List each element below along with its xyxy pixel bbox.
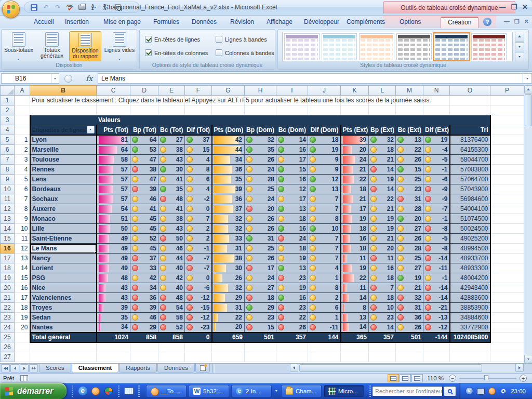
totaux-generaux-button[interactable]: Totaux généraux bbox=[36, 31, 68, 61]
row-header-17[interactable]: 17 bbox=[1, 254, 15, 263]
cell-D16[interactable]: 45 bbox=[130, 244, 158, 254]
cell-E25[interactable]: 858 bbox=[158, 332, 185, 342]
cell-K9[interactable]: 22 bbox=[341, 175, 369, 184]
cell-C4[interactable]: Pts (Tot) bbox=[97, 125, 130, 135]
cell-N18[interactable]: -11 bbox=[423, 263, 450, 273]
cell-E19[interactable]: 42 bbox=[158, 273, 185, 283]
cell-I24[interactable]: 26 bbox=[276, 323, 308, 332]
cell-D14[interactable]: 45 bbox=[130, 224, 158, 234]
cell-P23[interactable] bbox=[490, 313, 524, 323]
cell-L18[interactable]: 16 bbox=[369, 263, 396, 273]
col-header-N[interactable]: N bbox=[423, 86, 450, 96]
cell-K27[interactable] bbox=[341, 352, 369, 362]
cell-I13[interactable]: 18 bbox=[276, 214, 308, 224]
cell-E18[interactable]: 40 bbox=[158, 263, 185, 273]
cell-N25[interactable]: -144 bbox=[423, 332, 450, 342]
cell-F20[interactable]: -6 bbox=[185, 283, 212, 293]
cell-I3[interactable] bbox=[276, 115, 308, 125]
cell-J11[interactable]: 7 bbox=[308, 194, 341, 204]
formula-input[interactable]: Le Mans bbox=[98, 73, 523, 84]
cell-B20[interactable]: Nice bbox=[30, 283, 97, 293]
last-sheet-icon[interactable] bbox=[29, 364, 38, 373]
sheet-tab-scores[interactable]: Scores bbox=[39, 364, 71, 373]
cell-K11[interactable]: 21 bbox=[341, 194, 369, 204]
cell-H6[interactable]: 35 bbox=[245, 145, 276, 155]
page-break-view-icon[interactable] bbox=[411, 374, 423, 382]
cell-O2[interactable] bbox=[450, 105, 490, 115]
cell-A22[interactable]: 18 bbox=[15, 303, 30, 313]
cell-D13[interactable]: 45 bbox=[130, 214, 158, 224]
cell-M5[interactable]: 13 bbox=[396, 135, 423, 145]
pivot-style-dark-red[interactable] bbox=[471, 33, 507, 60]
cell-E22[interactable]: 54 bbox=[158, 303, 185, 313]
horizontal-scrollbar[interactable] bbox=[290, 364, 524, 373]
cell-N22[interactable]: -21 bbox=[423, 303, 450, 313]
cell-K18[interactable]: 19 bbox=[341, 263, 369, 273]
cell-B3[interactable] bbox=[30, 115, 97, 125]
cell-M22[interactable]: 31 bbox=[396, 303, 423, 313]
col-header-F[interactable]: F bbox=[185, 86, 212, 96]
cell-F12[interactable]: 0 bbox=[185, 204, 212, 214]
task-window-internet[interactable]: e 2 In... bbox=[231, 385, 272, 397]
cell-O16[interactable]: 48994500 bbox=[450, 244, 490, 254]
row-header-19[interactable]: 19 bbox=[1, 273, 15, 283]
cell-B8[interactable]: Rennes bbox=[30, 165, 97, 175]
cell-B14[interactable]: Lille bbox=[30, 224, 97, 234]
row-header-15[interactable]: 15 bbox=[1, 234, 15, 244]
cell-A15[interactable]: 11 bbox=[15, 234, 30, 244]
cell-B25[interactable]: Total général bbox=[30, 332, 97, 342]
cell-P14[interactable] bbox=[490, 224, 524, 234]
cell-H16[interactable]: 25 bbox=[245, 244, 276, 254]
cell-J12[interactable]: 7 bbox=[308, 204, 341, 214]
cell-D19[interactable]: 42 bbox=[130, 273, 158, 283]
cell-E3[interactable] bbox=[158, 115, 185, 125]
cell-H25[interactable]: 501 bbox=[245, 332, 276, 342]
cell-E27[interactable] bbox=[158, 352, 185, 362]
cell-D18[interactable]: 33 bbox=[130, 263, 158, 273]
cell-J20[interactable]: 8 bbox=[308, 283, 341, 293]
cell-A17[interactable]: 13 bbox=[15, 254, 30, 263]
cell-L8[interactable]: 14 bbox=[369, 165, 396, 175]
cell-L15[interactable]: 21 bbox=[369, 234, 396, 244]
cell-E7[interactable]: 43 bbox=[158, 155, 185, 165]
col-header-H[interactable]: H bbox=[245, 86, 276, 96]
zoom-slider-thumb[interactable] bbox=[484, 375, 488, 382]
checkbox-entetes-colonnes[interactable]: En-têtes de colonnes bbox=[145, 49, 208, 56]
office-button[interactable] bbox=[2, 1, 20, 18]
cell-N13[interactable]: -1 bbox=[423, 214, 450, 224]
cell-K19[interactable]: 22 bbox=[341, 273, 369, 283]
cell-K22[interactable]: 8 bbox=[341, 303, 369, 313]
insert-function-icon[interactable]: fx bbox=[86, 74, 92, 83]
cell-G2[interactable] bbox=[212, 105, 245, 115]
col-header-I[interactable]: I bbox=[276, 86, 308, 96]
cell-M21[interactable]: 32 bbox=[396, 293, 423, 303]
cell-J19[interactable]: 1 bbox=[308, 273, 341, 283]
cell-O14[interactable]: 50024500 bbox=[450, 224, 490, 234]
cell-D22[interactable]: 39 bbox=[130, 303, 158, 313]
pivot-style-light-purple[interactable] bbox=[284, 33, 320, 60]
cell-O18[interactable]: 48933300 bbox=[450, 263, 490, 273]
cell-L2[interactable] bbox=[369, 105, 396, 115]
vertical-scrollbar[interactable] bbox=[524, 85, 532, 363]
cell-P24[interactable] bbox=[490, 323, 524, 332]
cell-G12[interactable]: 37 bbox=[212, 204, 245, 214]
cell-N17[interactable]: -14 bbox=[423, 254, 450, 263]
scroll-up-icon[interactable] bbox=[524, 85, 532, 94]
cell-L20[interactable]: 7 bbox=[369, 283, 396, 293]
cell-H24[interactable]: 15 bbox=[245, 323, 276, 332]
gallery-scroll-down-icon[interactable] bbox=[515, 42, 524, 52]
scroll-right-icon[interactable] bbox=[515, 364, 524, 372]
row-header-25[interactable]: 25 bbox=[1, 332, 15, 342]
restore-button[interactable]: ❐ bbox=[511, 3, 517, 11]
horizontal-scroll-thumb[interactable] bbox=[299, 364, 482, 372]
cell-C11[interactable]: 57 bbox=[97, 194, 130, 204]
row-header-27[interactable]: 27 bbox=[1, 352, 15, 362]
cell-B22[interactable]: Troyes bbox=[30, 303, 97, 313]
cell-G24[interactable]: 20 bbox=[212, 323, 245, 332]
pivot-style-light-orange[interactable] bbox=[359, 33, 394, 60]
cell-C2[interactable] bbox=[97, 105, 130, 115]
cell-H20[interactable]: 27 bbox=[245, 283, 276, 293]
cell-L4[interactable]: Bp (Ext) bbox=[369, 125, 396, 135]
cell-H23[interactable]: 23 bbox=[245, 313, 276, 323]
page-layout-view-icon[interactable] bbox=[400, 374, 411, 382]
